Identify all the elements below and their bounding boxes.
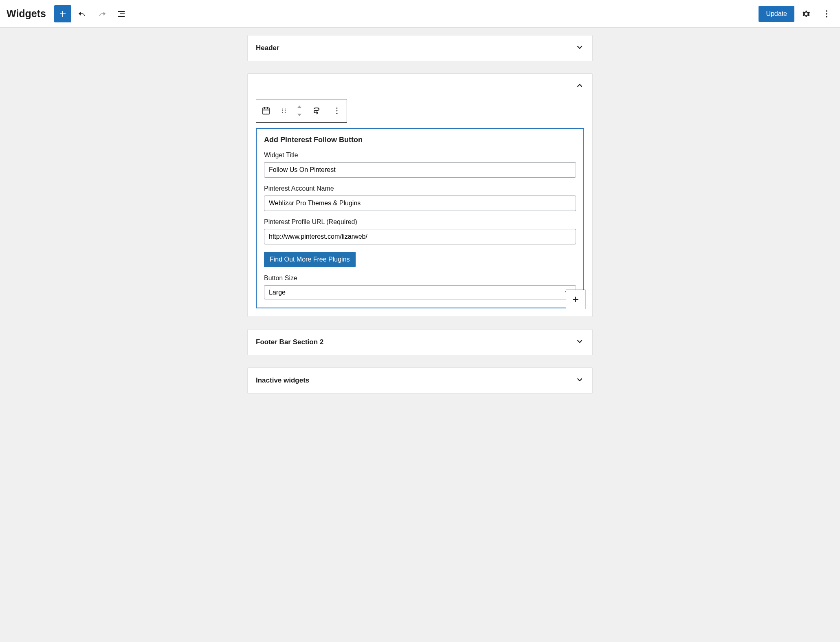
block-toolbar	[256, 99, 347, 123]
undo-icon	[77, 9, 87, 19]
area-header-toggle[interactable]: Footer Bar Section 2	[248, 330, 592, 355]
pinterest-follow-widget-block: Add Pinterest Follow Button Widget Title…	[256, 128, 584, 308]
widget-area-inactive: Inactive widgets	[247, 367, 593, 394]
area-header-toggle[interactable]	[248, 74, 592, 99]
widget-area-active: Add Pinterest Follow Button Widget Title…	[247, 73, 593, 317]
svg-point-10	[336, 108, 338, 109]
gear-icon	[801, 9, 811, 19]
svg-point-2	[826, 16, 827, 18]
chevron-down-icon	[575, 337, 584, 347]
drag-icon	[280, 107, 288, 114]
area-title: Header	[256, 44, 279, 52]
svg-point-4	[282, 108, 283, 109]
svg-point-9	[285, 112, 286, 113]
widget-area-header: Header	[247, 35, 593, 61]
account-name-label: Pinterest Account Name	[264, 185, 576, 192]
move-down-button[interactable]	[292, 111, 307, 119]
add-block-button[interactable]	[54, 5, 71, 22]
more-plugins-button[interactable]: Find Out More Free Plugins	[264, 252, 356, 267]
options-button[interactable]	[818, 5, 835, 22]
chevron-down-icon	[575, 375, 584, 386]
svg-point-8	[285, 110, 286, 111]
block-title: Add Pinterest Follow Button	[264, 136, 576, 144]
svg-point-0	[826, 10, 827, 12]
svg-point-5	[282, 110, 283, 111]
calendar-icon	[261, 106, 271, 116]
redo-button[interactable]	[93, 5, 110, 22]
move-to-button[interactable]	[307, 99, 327, 122]
svg-point-1	[826, 13, 827, 15]
add-block-inline-button[interactable]	[566, 290, 585, 309]
kebab-icon	[822, 9, 831, 19]
profile-url-label: Pinterest Profile URL (Required)	[264, 218, 576, 226]
page-title: Widgets	[7, 8, 46, 20]
area-title: Footer Bar Section 2	[256, 338, 323, 346]
account-name-input[interactable]	[264, 196, 576, 211]
plus-icon	[571, 295, 580, 304]
update-button[interactable]: Update	[759, 6, 794, 22]
profile-url-input[interactable]	[264, 229, 576, 244]
button-size-select[interactable]: Large	[264, 285, 576, 299]
widget-area-footer2: Footer Bar Section 2	[247, 329, 593, 355]
area-header-toggle[interactable]: Header	[248, 35, 592, 61]
widget-title-label: Widget Title	[264, 152, 576, 159]
svg-point-6	[282, 112, 283, 113]
block-options-button[interactable]	[327, 99, 347, 122]
undo-button[interactable]	[74, 5, 91, 22]
area-title: Inactive widgets	[256, 376, 309, 385]
move-up-button[interactable]	[292, 103, 307, 111]
chevron-down-icon	[297, 113, 302, 117]
svg-point-11	[336, 110, 338, 112]
widget-title-input[interactable]	[264, 162, 576, 178]
drag-handle-button[interactable]	[276, 99, 292, 122]
button-size-label: Button Size	[264, 275, 576, 282]
area-header-toggle[interactable]: Inactive widgets	[248, 368, 592, 393]
kebab-icon	[332, 106, 341, 115]
block-type-button[interactable]	[256, 99, 276, 122]
svg-rect-3	[263, 108, 269, 114]
list-view-button[interactable]	[113, 5, 130, 22]
chevron-up-icon	[297, 105, 302, 109]
chevron-down-icon	[575, 43, 584, 53]
redo-icon	[97, 9, 107, 19]
chevron-up-icon	[575, 81, 584, 92]
move-to-icon	[312, 106, 322, 116]
list-view-icon	[117, 9, 126, 19]
svg-point-7	[285, 108, 286, 109]
plus-icon	[58, 9, 68, 19]
settings-button[interactable]	[798, 5, 815, 22]
svg-point-12	[336, 113, 338, 114]
